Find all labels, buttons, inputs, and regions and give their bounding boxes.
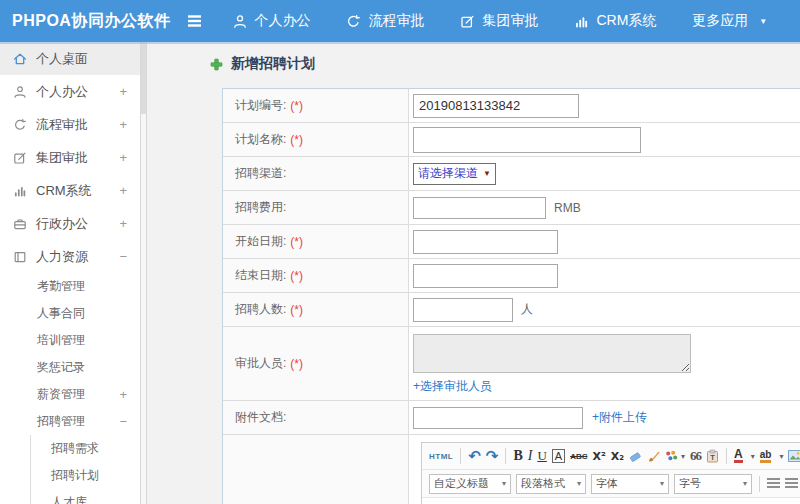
sidebar-item-human-resources[interactable]: 人力资源 − <box>0 240 140 273</box>
sidebar-item-recruit-mgmt[interactable]: 招聘管理− <box>0 408 140 435</box>
required-mark: (*) <box>290 235 303 249</box>
sidebar-item-recruit-demand[interactable]: 招聘需求 <box>31 435 140 462</box>
paste-icon[interactable]: T <box>706 449 719 463</box>
fee-unit: RMB <box>554 201 581 215</box>
format-brush-icon[interactable] <box>647 450 660 463</box>
chevron-down-icon: ▾ <box>743 479 747 488</box>
sidebar-item-personal-office[interactable]: 个人办公 + <box>0 75 140 108</box>
attachment-input[interactable] <box>413 407 583 429</box>
fee-input[interactable] <box>413 197 546 219</box>
rich-text-editor: HTML ↶ ↷ B I U A ABC X² X₂ <box>421 442 800 504</box>
attachment-upload-link[interactable]: +附件上传 <box>592 409 647 426</box>
hamburger-menu-icon[interactable] <box>186 14 203 28</box>
paragraph-format-dropdown[interactable]: 段落格式▾ <box>516 474 586 494</box>
font-color-button[interactable]: A <box>734 449 743 463</box>
nav-more-apps[interactable]: 更多应用 ▼ <box>692 12 767 30</box>
remove-format-button[interactable]: A <box>552 449 565 463</box>
sidebar-item-process-approval[interactable]: 流程审批 + <box>0 108 140 141</box>
color-palette-icon[interactable]: ▾ <box>665 450 685 462</box>
channel-select[interactable]: 请选择渠道 ▼ <box>413 163 496 185</box>
sidebar-item-admin-office[interactable]: 行政办公 + <box>0 207 140 240</box>
insert-image-icon[interactable] <box>788 450 800 462</box>
sidebar-item-hr-contract[interactable]: 人事合同 <box>0 300 140 327</box>
sidebar-item-label: 个人办公 <box>36 83 88 101</box>
underline-button[interactable]: U <box>537 448 546 464</box>
sidebar-item-crm-system[interactable]: CRM系统 + <box>0 174 140 207</box>
sidebar-item-group-approval[interactable]: 集团审批 + <box>0 141 140 174</box>
nav-label: 个人办公 <box>254 12 310 30</box>
nav-label: 更多应用 <box>692 12 748 30</box>
eraser-icon[interactable] <box>629 450 642 463</box>
headcount-input[interactable] <box>413 298 513 322</box>
select-arrow-icon: ▼ <box>483 169 491 178</box>
headcount-unit: 人 <box>521 301 533 318</box>
field-label: 结束日期: <box>235 267 286 284</box>
editor-label-cell <box>223 435 409 504</box>
nav-process-approval[interactable]: 流程审批 <box>346 12 424 30</box>
nav-crm-system[interactable]: CRM系统 <box>574 12 656 30</box>
expand-icon[interactable]: + <box>119 216 127 231</box>
sidebar-scrollbar[interactable] <box>140 42 147 504</box>
scrollbar-thumb[interactable] <box>141 42 146 114</box>
expand-icon[interactable]: + <box>119 84 127 99</box>
sidebar-item-desktop[interactable]: 个人桌面 <box>0 42 140 75</box>
home-icon <box>13 52 27 66</box>
sidebar-item-attendance[interactable]: 考勤管理 <box>0 273 140 300</box>
align-left-icon[interactable] <box>767 478 780 489</box>
end-date-input[interactable] <box>413 264 558 288</box>
editor-toolbar-top: HTML ↶ ↷ B I U A ABC X² X₂ <box>422 443 800 470</box>
blockquote-button[interactable]: 66 <box>690 448 701 464</box>
nav-personal-office[interactable]: 个人办公 <box>233 12 310 30</box>
top-nav: 个人办公 流程审批 集团审批 CRM系统 更多应用 ▼ <box>233 12 800 30</box>
sidebar-item-recruit-plan[interactable]: 招聘计划 <box>31 462 140 489</box>
superscript-button[interactable]: X² <box>592 450 605 463</box>
sidebar-item-label: 个人桌面 <box>36 50 88 68</box>
briefcase-icon <box>13 217 27 231</box>
start-date-input[interactable] <box>413 230 558 254</box>
process-icon <box>346 14 361 29</box>
expand-icon[interactable]: + <box>119 183 127 198</box>
sidebar-item-salary[interactable]: 薪资管理+ <box>0 381 140 408</box>
required-mark: (*) <box>290 357 303 371</box>
highlight-color-button[interactable]: ab <box>760 450 772 463</box>
top-bar: PHPOA协同办公软件 个人办公 流程审批 集团审批 CRM系统 更多应用 <box>0 0 800 42</box>
strikethrough-button[interactable]: ABC <box>570 452 587 461</box>
plan-number-input[interactable] <box>413 94 579 118</box>
chevron-down-icon: ▾ <box>577 479 581 488</box>
subscript-button[interactable]: X₂ <box>611 450 624 463</box>
nav-group-approval[interactable]: 集团审批 <box>460 12 538 30</box>
sidebar-item-rewards[interactable]: 奖惩记录 <box>0 354 140 381</box>
process-icon <box>13 118 27 132</box>
redo-icon[interactable]: ↷ <box>486 447 499 465</box>
svg-text:T: T <box>710 453 715 462</box>
nav-label: CRM系统 <box>596 12 656 30</box>
main-content: 新增招聘计划 计划编号:(*) 计划名称:(*) 招聘渠道: 请选择渠道 ▼ <box>147 42 800 504</box>
font-family-dropdown[interactable]: 字体▾ <box>591 474 669 494</box>
expand-icon[interactable]: + <box>119 117 127 132</box>
select-approvers-link[interactable]: +选择审批人员 <box>413 378 492 395</box>
align-center-icon[interactable] <box>785 478 798 489</box>
expand-icon[interactable]: + <box>119 387 127 402</box>
sidebar-item-label: 行政办公 <box>36 215 88 233</box>
editor-content-area[interactable] <box>422 498 800 504</box>
custom-heading-dropdown[interactable]: 自定义标题▾ <box>429 474 511 494</box>
expand-icon[interactable]: + <box>119 150 127 165</box>
italic-button[interactable]: I <box>528 448 533 464</box>
approvers-textarea[interactable] <box>413 334 691 373</box>
bold-button[interactable]: B <box>513 448 522 464</box>
plan-name-input[interactable] <box>413 127 641 153</box>
html-source-button[interactable]: HTML <box>429 452 453 461</box>
bar-chart-icon <box>13 184 27 198</box>
collapse-icon[interactable]: − <box>119 414 127 429</box>
sidebar-item-talent-pool[interactable]: 人才库 <box>31 489 140 504</box>
edit-icon <box>13 151 27 165</box>
font-size-dropdown[interactable]: 字号▾ <box>674 474 752 494</box>
field-label: 计划编号: <box>235 97 286 114</box>
undo-icon[interactable]: ↶ <box>468 447 481 465</box>
sidebar-item-label: 流程审批 <box>36 116 88 134</box>
sidebar-item-training[interactable]: 培训管理 <box>0 327 140 354</box>
form-row-plan-name: 计划名称:(*) <box>223 123 800 157</box>
user-icon <box>233 14 247 29</box>
collapse-icon[interactable]: − <box>119 249 127 264</box>
field-label: 招聘费用: <box>235 199 286 216</box>
